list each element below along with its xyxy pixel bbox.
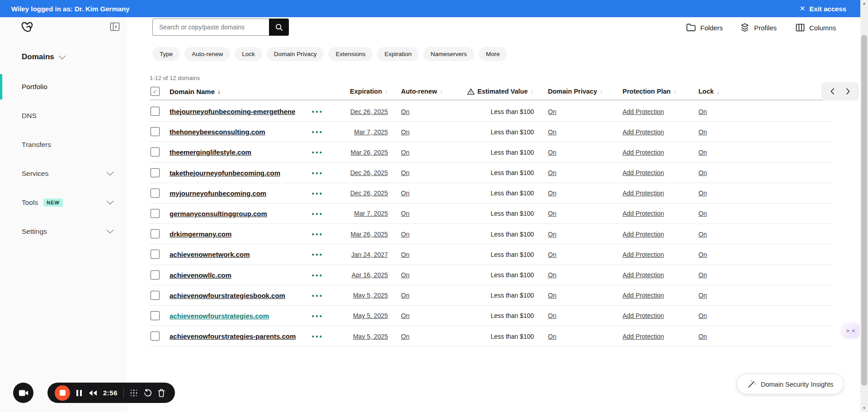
camera-button[interactable] [13, 383, 33, 403]
domain-privacy-link[interactable]: On [548, 292, 557, 299]
expiration-link[interactable]: May 5, 2025 [353, 292, 388, 299]
domain-privacy-link[interactable]: On [548, 128, 557, 136]
domain-link[interactable]: takethejourneyofunbecoming.com [170, 169, 280, 177]
lock-link[interactable]: On [698, 189, 707, 197]
protection-plan-link[interactable]: Add Protection [623, 292, 664, 299]
expiration-link[interactable]: Dec 26, 2025 [350, 169, 388, 176]
protection-plan-link[interactable]: Add Protection [623, 108, 664, 115]
domain-link[interactable]: achievenowllc.com [170, 271, 231, 279]
scroll-left-button[interactable] [829, 86, 836, 97]
domain-link[interactable]: drkimgermany.com [170, 230, 231, 238]
expiration-link[interactable]: May 5, 2025 [353, 312, 388, 319]
domain-link[interactable]: theemerginglifestyle.com [170, 148, 251, 156]
auto-renew-link[interactable]: On [401, 210, 410, 217]
protection-plan-link[interactable]: Add Protection [623, 189, 664, 197]
row-checkbox[interactable] [151, 331, 160, 341]
domain-privacy-link[interactable]: On [548, 333, 557, 340]
domain-security-insights-button[interactable]: Domain Security Insights [737, 374, 843, 394]
more-options-icon[interactable]: ●●● [311, 224, 324, 244]
auto-renew-link[interactable]: On [401, 271, 410, 279]
page-scrollbar[interactable]: ▲ ▼ [860, 0, 868, 412]
auto-renew-link[interactable]: On [401, 128, 410, 136]
filter-chip-domain-privacy[interactable]: Domain Privacy [267, 47, 324, 61]
auto-renew-link[interactable]: On [401, 333, 410, 340]
row-checkbox[interactable] [151, 168, 160, 177]
lock-link[interactable]: On [698, 149, 707, 156]
protection-plan-link[interactable]: Add Protection [623, 128, 664, 136]
lock-link[interactable]: On [698, 231, 707, 238]
scrollbar-up-icon[interactable]: ▲ [860, 0, 868, 7]
protection-plan-link[interactable]: Add Protection [623, 271, 664, 279]
domain-link[interactable]: thehoneybeesconsulting.com [170, 128, 265, 136]
lock-link[interactable]: On [698, 210, 707, 217]
column-header-estimated-value[interactable]: Estimated Value ↓ [467, 83, 533, 99]
protection-plan-link[interactable]: Add Protection [623, 149, 664, 156]
more-options-icon[interactable]: ●●● [311, 122, 324, 142]
domain-link[interactable]: achievenownetwork.com [170, 251, 250, 258]
profiles-button[interactable]: Profiles [740, 22, 777, 33]
lock-link[interactable]: On [698, 169, 707, 176]
row-checkbox[interactable] [151, 127, 160, 136]
domain-link[interactable]: achievenowfourstrategies.com [170, 312, 269, 320]
sidebar-item-transfers[interactable]: Transfers [0, 132, 127, 157]
auto-renew-link[interactable]: On [401, 312, 410, 319]
column-header-domain-privacy[interactable]: Domain Privacy ↓ [548, 83, 603, 99]
scrollbar-thumb[interactable] [861, 35, 867, 386]
more-options-icon[interactable]: ●●● [311, 306, 324, 326]
filter-chip-nameservers[interactable]: Nameservers [423, 47, 474, 61]
row-checkbox[interactable] [151, 147, 160, 156]
restart-recording-button[interactable] [144, 389, 152, 397]
row-checkbox[interactable] [151, 311, 160, 320]
more-options-icon[interactable]: ●●● [311, 326, 324, 346]
filter-chip-extensions[interactable]: Extensions [328, 47, 373, 61]
scroll-right-button[interactable] [844, 86, 851, 97]
select-all-checkbox[interactable]: ✓ [151, 87, 160, 96]
lock-link[interactable]: On [698, 251, 707, 258]
domain-privacy-link[interactable]: On [548, 231, 557, 238]
auto-renew-link[interactable]: On [401, 108, 410, 115]
lock-link[interactable]: On [698, 271, 707, 279]
protection-plan-link[interactable]: Add Protection [623, 312, 664, 319]
domain-link[interactable]: thejourneyofunbecoming-emergethene [170, 108, 295, 115]
more-options-icon[interactable]: ●●● [311, 265, 324, 285]
filter-chip-more[interactable]: More [479, 47, 507, 61]
more-options-icon[interactable]: ●●● [311, 101, 324, 122]
auto-renew-link[interactable]: On [401, 189, 410, 197]
sidebar-item-services[interactable]: Services [0, 161, 127, 186]
expiration-link[interactable]: Mar 7, 2025 [354, 210, 388, 217]
scrollbar-down-icon[interactable]: ▼ [860, 405, 868, 412]
sidebar-item-settings[interactable]: Settings [0, 219, 127, 244]
domain-link[interactable]: germanyconsultinggroup.com [170, 210, 267, 218]
expiration-link[interactable]: Apr 16, 2025 [352, 271, 388, 279]
assistant-widget[interactable]: >_< [842, 323, 859, 338]
domain-privacy-link[interactable]: On [548, 108, 557, 115]
column-header-protection-plan[interactable]: Protection Plan ↓ [623, 83, 676, 99]
protection-plan-link[interactable]: Add Protection [623, 210, 664, 217]
auto-renew-link[interactable]: On [401, 292, 410, 299]
auto-renew-link[interactable]: On [401, 251, 410, 258]
search-button[interactable] [269, 19, 289, 36]
sidebar-collapse-icon[interactable] [110, 22, 120, 32]
auto-renew-link[interactable]: On [401, 169, 410, 176]
domain-privacy-link[interactable]: On [548, 251, 557, 258]
protection-plan-link[interactable]: Add Protection [623, 251, 664, 258]
column-header-domain-name[interactable]: Domain Name ↓ [170, 83, 221, 99]
more-options-icon[interactable]: ●●● [311, 285, 324, 306]
protection-plan-link[interactable]: Add Protection [623, 333, 664, 340]
more-options-icon[interactable]: ●●● [311, 183, 324, 204]
domain-privacy-link[interactable]: On [548, 189, 557, 197]
domain-link[interactable]: myjourneyofunbecoming.com [170, 189, 266, 197]
domain-privacy-link[interactable]: On [548, 271, 557, 279]
filter-chip-type[interactable]: Type [152, 47, 180, 61]
expiration-link[interactable]: Dec 26, 2025 [350, 108, 388, 115]
row-checkbox[interactable] [151, 189, 160, 198]
lock-link[interactable]: On [698, 108, 707, 115]
domain-privacy-link[interactable]: On [548, 312, 557, 319]
expiration-link[interactable]: Dec 26, 2025 [350, 189, 388, 197]
sidebar-item-dns[interactable]: DNS [0, 103, 127, 128]
expiration-link[interactable]: Mar 26, 2025 [351, 231, 388, 238]
expiration-link[interactable]: May 5, 2025 [353, 333, 388, 340]
expiration-link[interactable]: Jan 24, 2027 [351, 251, 388, 258]
row-checkbox[interactable] [151, 270, 160, 279]
lock-link[interactable]: On [698, 292, 707, 299]
